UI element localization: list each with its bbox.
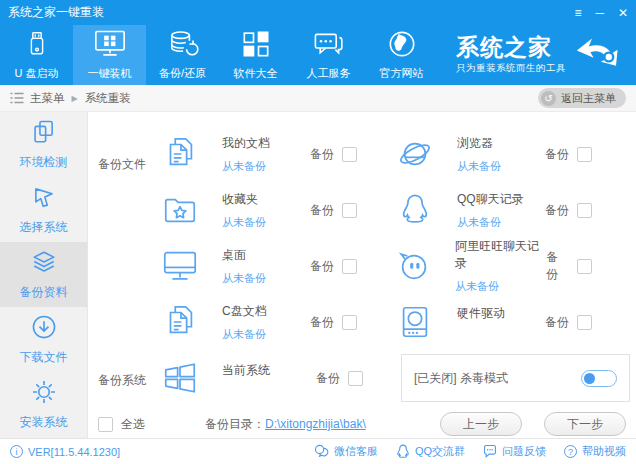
close-icon[interactable]: ✕ [618, 7, 628, 19]
sidebar-label: 安装系统 [20, 414, 68, 431]
backup-label: 备份 [310, 258, 334, 275]
backup-item-title: 当前系统 [222, 362, 270, 379]
chevron-right-icon: ▶ [72, 94, 78, 103]
breadcrumb: 主菜单 ▶ 系统重装 ↺ 返回主菜单 [0, 85, 636, 112]
previous-step-button[interactable]: 上一步 [440, 412, 522, 436]
footer-link-help-video[interactable]: ? 帮助视频 [564, 444, 626, 460]
main-panel: 备份文件 我的文档从未备份 备份 浏览器从未备份 备份 [88, 112, 636, 438]
next-step-button[interactable]: 下一步 [544, 412, 626, 436]
sidebar: 环境检测 选择系统 备份资料 下载文件 安装系统 [0, 112, 88, 438]
backup-label: 备份 [545, 146, 569, 163]
backup-item-status[interactable]: 从未备份 [457, 159, 501, 174]
antivirus-mode-toggle[interactable] [581, 370, 617, 387]
section-label-backup-files: 备份文件 [98, 126, 160, 350]
footer-link-qq-group[interactable]: QQ交流群 [396, 444, 465, 460]
backup-item-status[interactable]: 从未备份 [222, 159, 270, 174]
backup-item-hardware-drivers: 硬件驱动 备份 [395, 294, 630, 350]
backup-checkbox[interactable] [577, 259, 592, 274]
nav-item-backup-restore[interactable]: 备份/还原 [146, 25, 219, 85]
version-text: VER[11.5.44.1230] [28, 446, 120, 458]
backup-item-title: 浏览器 [457, 135, 501, 152]
backup-dir-link[interactable]: D:\xitongzhijia\bak\ [265, 417, 366, 431]
select-all-checkbox[interactable] [98, 417, 113, 432]
brand-logo: 系统之家 只为重装系统而生的工具 [456, 25, 636, 85]
app-window: 系统之家一键重装 ≡ ─ ✕ U 盘启动 一键装机 备份/还原 [0, 0, 636, 464]
nav-item-software[interactable]: 软件大全 [219, 25, 292, 85]
apps-icon [241, 29, 271, 63]
backup-item-status[interactable]: 从未备份 [457, 215, 524, 230]
backup-checkbox[interactable] [577, 315, 592, 330]
sidebar-item-env-check[interactable]: 环境检测 [0, 112, 87, 177]
backup-item-browser: 浏览器从未备份 备份 [395, 126, 630, 182]
backup-checkbox[interactable] [577, 147, 592, 162]
nav-item-one-click-install[interactable]: 一键装机 [73, 25, 146, 85]
backup-checkbox[interactable] [577, 203, 592, 218]
sidebar-item-download-files[interactable]: 下载文件 [0, 307, 87, 372]
brand-tagline: 只为重装系统而生的工具 [456, 62, 566, 75]
status-bar: i VER[11.5.44.1230] 微信客服 QQ交流群 问题反馈 ? 帮助… [0, 438, 636, 464]
favorites-folder-icon [160, 191, 200, 229]
footer-link-label: QQ交流群 [415, 444, 465, 459]
backup-checkbox[interactable] [342, 147, 357, 162]
wechat-icon [314, 444, 329, 460]
titlebar: 系统之家一键重装 ≡ ─ ✕ [0, 0, 636, 25]
footer-link-feedback[interactable]: 问题反馈 [483, 444, 546, 460]
sidebar-item-backup-data[interactable]: 备份资料 [0, 242, 87, 307]
backup-item-status[interactable]: 从未备份 [222, 327, 267, 342]
sidebar-item-install-system[interactable]: 安装系统 [0, 372, 87, 437]
gear-icon [31, 379, 57, 409]
database-restore-icon [167, 29, 199, 63]
select-all-label: 全选 [121, 416, 145, 433]
backup-label: 备份 [546, 249, 569, 283]
env-check-icon [31, 119, 57, 149]
section-label-backup-system: 备份系统 [98, 354, 160, 402]
footer-link-label: 帮助视频 [582, 444, 626, 459]
nav-item-official-site[interactable]: 官方网站 [365, 25, 438, 85]
backup-checkbox[interactable] [342, 259, 357, 274]
backup-checkbox[interactable] [348, 371, 363, 386]
footer-link-wechat-support[interactable]: 微信客服 [314, 444, 378, 460]
backup-item-status[interactable]: 从未备份 [222, 271, 266, 286]
backup-label: 备份 [545, 202, 569, 219]
backup-checkbox[interactable] [342, 203, 357, 218]
window-title: 系统之家一键重装 [8, 4, 104, 21]
backup-item-status[interactable]: 从未备份 [222, 215, 266, 230]
minimize-icon[interactable]: ─ [595, 7, 604, 19]
backup-item-favorites: 收藏夹从未备份 备份 [160, 182, 395, 238]
windows-icon [160, 359, 200, 397]
backup-label: 备份 [316, 370, 340, 387]
sidebar-item-select-system[interactable]: 选择系统 [0, 177, 87, 242]
backup-checkbox[interactable] [342, 315, 357, 330]
globe-icon [387, 29, 417, 63]
backup-item-title: 我的文档 [222, 135, 270, 152]
info-icon: i [10, 445, 23, 458]
backup-item-status[interactable]: 从未备份 [455, 279, 546, 294]
backup-label: 备份 [310, 146, 334, 163]
swoosh-logo-icon [574, 33, 626, 77]
documents-icon [160, 135, 200, 173]
list-menu-icon [10, 92, 24, 104]
backup-label: 备份 [310, 314, 334, 331]
sidebar-label: 备份资料 [20, 284, 68, 301]
nav-label: 人工服务 [307, 66, 351, 81]
menu-icon[interactable]: ≡ [574, 7, 581, 19]
layers-icon [31, 249, 57, 279]
backup-item-status [457, 329, 505, 340]
breadcrumb-root[interactable]: 主菜单 [30, 91, 65, 106]
nav-label: U 盘启动 [15, 66, 59, 81]
antivirus-mode-box: [已关闭] 杀毒模式 [401, 354, 630, 402]
back-arrow-icon: ↺ [541, 91, 556, 106]
back-button-label: 返回主菜单 [561, 91, 616, 106]
backup-dir-label: 备份目录： [205, 417, 265, 431]
nav-item-support[interactable]: 人工服务 [292, 25, 365, 85]
top-nav: U 盘启动 一键装机 备份/还原 软件大全 人工服务 [0, 25, 636, 85]
nav-label: 一键装机 [88, 66, 132, 81]
backup-item-current-system: 当前系统 备份 [160, 354, 401, 402]
cursor-icon [31, 184, 57, 214]
nav-item-usb-boot[interactable]: U 盘启动 [0, 25, 73, 85]
breadcrumb-current: 系统重装 [85, 91, 131, 106]
back-to-main-menu-button[interactable]: ↺ 返回主菜单 [538, 88, 626, 108]
antivirus-mode-label: [已关闭] 杀毒模式 [414, 370, 581, 387]
toggle-knob [584, 373, 595, 384]
backup-item-my-documents: 我的文档从未备份 备份 [160, 126, 395, 182]
